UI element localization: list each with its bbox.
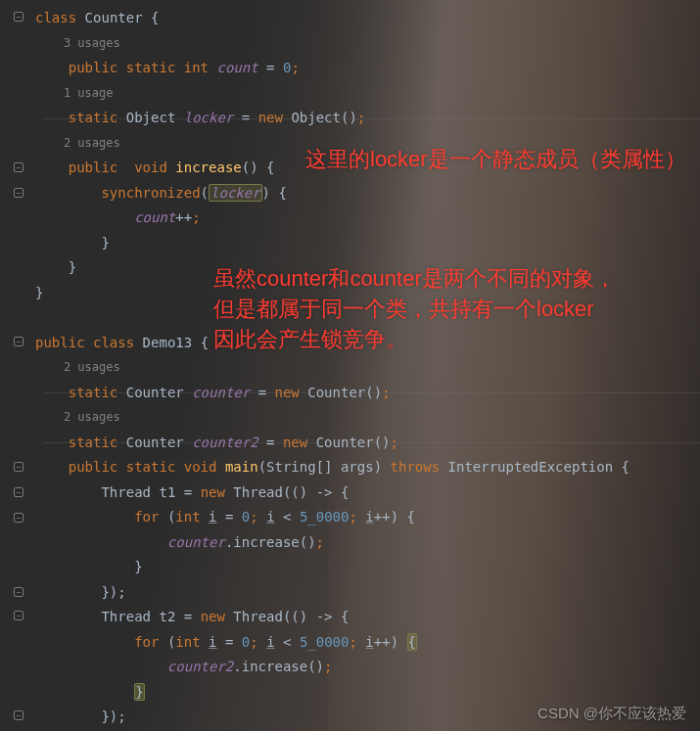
annotation-text-1: 这里的locker是一个静态成员（类属性） (305, 145, 686, 175)
code-line[interactable]: for (int i = 0; i < 5_0000; i++) { (0, 505, 700, 530)
code-line[interactable]: static Counter counter2 = new Counter(); (0, 431, 700, 456)
code-line[interactable]: }); (0, 580, 700, 606)
code-line[interactable]: count++; (0, 206, 700, 231)
usage-hint[interactable]: 3 usages (0, 31, 700, 57)
code-editor[interactable]: class Counter { 3 usages public static i… (0, 0, 700, 730)
code-line[interactable]: public static int count = 0; (0, 56, 700, 81)
code-line[interactable]: synchronized(locker) { (0, 181, 700, 206)
watermark: CSDN @你不应该热爱 (537, 705, 686, 723)
code-line[interactable]: static Object locker = new Object(); (0, 106, 700, 131)
code-line[interactable]: } (0, 555, 700, 580)
code-line[interactable]: static Counter counter = new Counter(); (0, 381, 700, 406)
code-line[interactable]: for (int i = 0; i < 5_0000; i++) { (0, 630, 700, 656)
usage-hint[interactable]: 1 usage (0, 81, 700, 107)
code-line[interactable]: class Counter { (0, 6, 700, 31)
code-line[interactable]: counter2.increase(); (0, 655, 700, 680)
code-line[interactable]: } (0, 231, 700, 256)
code-line[interactable]: Thread t1 = new Thread(() -> { (0, 480, 700, 506)
annotation-text-2: 虽然counter和counter是两个不同的对象， 但是都属于同一个类，共持有… (213, 264, 616, 354)
code-line[interactable]: counter.increase(); (0, 530, 700, 556)
usage-hint[interactable]: 2 usages (0, 405, 700, 431)
code-line[interactable]: Thread t2 = new Thread(() -> { (0, 605, 700, 630)
code-line[interactable]: public static void main(String[] args) t… (0, 455, 700, 480)
usage-hint[interactable]: 2 usages (0, 355, 700, 381)
code-line[interactable]: } (0, 680, 700, 706)
